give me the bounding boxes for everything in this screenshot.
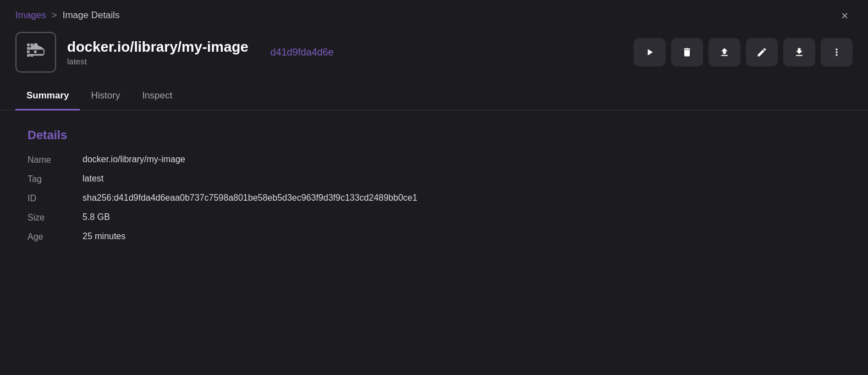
detail-label-id: ID [28,193,72,203]
breadcrumb: Images > Image Details × [0,0,868,27]
trash-icon [682,47,693,58]
details-table: Name docker.io/library/my-image Tag late… [28,155,840,242]
breadcrumb-current: Image Details [63,10,120,21]
tab-history[interactable]: History [80,82,131,111]
detail-label-name: Name [28,155,72,165]
image-name: docker.io/library/my-image [67,38,248,56]
edit-icon [756,47,767,58]
image-title-section: docker.io/library/my-image latest [67,38,248,66]
details-heading: Details [28,128,840,142]
tabs-section: Summary History Inspect [0,82,868,111]
download-icon [794,47,805,58]
tab-inspect[interactable]: Inspect [131,82,183,111]
detail-value-size: 5.8 GB [83,212,840,223]
app-container: Images > Image Details × docker.io/libra… [0,0,868,375]
image-short-id[interactable]: d41d9fda4d6e [270,47,333,58]
pull-button[interactable] [783,38,815,67]
more-button[interactable] [821,38,853,67]
play-icon [644,47,655,58]
docker-image-icon [25,42,46,63]
detail-value-name: docker.io/library/my-image [83,155,840,165]
run-button[interactable] [634,38,666,67]
detail-label-tag: Tag [28,174,72,184]
push-button[interactable] [708,38,740,67]
header-section: docker.io/library/my-image latest d41d9f… [0,27,868,73]
detail-value-id: sha256:d41d9fda4d6eaa0b737c7598a801be58e… [83,193,840,203]
delete-button[interactable] [671,38,703,67]
close-button[interactable]: × [837,8,853,24]
image-tag: latest [67,57,248,66]
content-section: Details Name docker.io/library/my-image … [0,111,868,375]
detail-label-age: Age [28,231,72,242]
detail-value-age: 25 minutes [83,231,840,242]
action-buttons [634,38,853,67]
edit-button[interactable] [746,38,778,67]
image-icon [15,32,56,73]
upload-icon [719,47,730,58]
detail-label-size: Size [28,212,72,223]
tab-summary[interactable]: Summary [15,82,80,111]
breadcrumb-separator: > [52,10,57,21]
breadcrumb-images-link[interactable]: Images [15,10,46,21]
more-icon [831,47,842,58]
detail-value-tag: latest [83,174,840,184]
